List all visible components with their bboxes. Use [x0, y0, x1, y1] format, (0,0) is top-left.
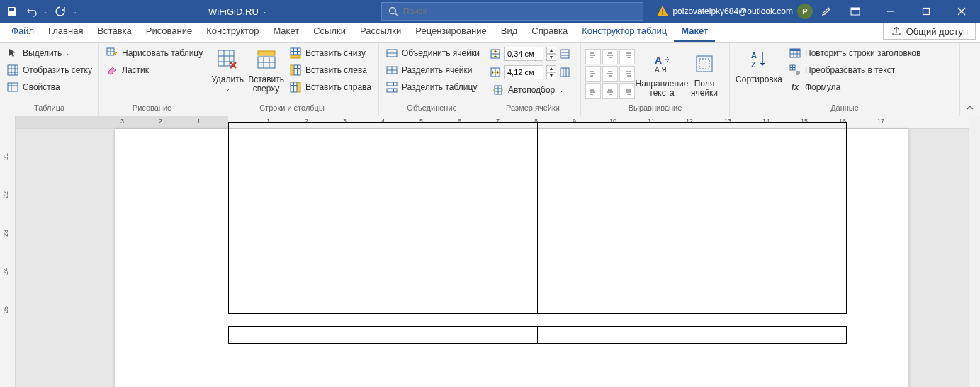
group-cellsize-label: Размер ячейки: [490, 102, 576, 114]
col-width-input[interactable]: [504, 65, 543, 79]
tab-design[interactable]: Конструктор: [199, 22, 266, 42]
chevron-up-icon: [965, 103, 975, 113]
share-icon: [891, 26, 902, 37]
group-rows-cols-label: Строки и столбцы: [210, 102, 374, 114]
search-box[interactable]: [381, 2, 643, 21]
cell-margins-button[interactable]: Поляячейки: [689, 50, 720, 98]
select-button[interactable]: Выделить ⌄: [4, 45, 95, 61]
svg-rect-30: [699, 59, 709, 69]
insert-below-button[interactable]: Вставить снизу: [287, 45, 374, 61]
tab-layout[interactable]: Макет: [266, 22, 306, 42]
delete-button[interactable]: Удалить⌄: [210, 45, 245, 94]
tab-insert[interactable]: Вставка: [90, 22, 138, 42]
svg-rect-25: [561, 68, 569, 77]
tab-help[interactable]: Справка: [524, 22, 575, 42]
pen-mode-button[interactable]: [817, 2, 835, 21]
tab-mailings[interactable]: Рассылки: [353, 22, 408, 42]
autofit-button[interactable]: Автоподбор ⌄: [490, 82, 570, 98]
redo-button[interactable]: [51, 2, 69, 21]
group-draw-label: Рисование: [103, 102, 201, 114]
page: [115, 129, 908, 387]
undo-button[interactable]: [23, 2, 41, 21]
align-bot-right[interactable]: [619, 83, 635, 99]
draw-table-button[interactable]: Нарисовать таблицу: [103, 45, 205, 61]
cell-margins-icon: [694, 54, 714, 74]
vertical-scrollbar[interactable]: [969, 116, 980, 387]
col-width-down[interactable]: ▼: [546, 72, 556, 79]
split-cells-button[interactable]: Разделить ячейки: [383, 62, 483, 78]
close-button[interactable]: [946, 0, 977, 23]
svg-rect-6: [8, 65, 18, 75]
minimize-icon: [886, 7, 895, 16]
row-height-down[interactable]: ▼: [546, 54, 556, 61]
ribbon-mode-button[interactable]: [840, 0, 871, 23]
tab-view[interactable]: Вид: [494, 22, 525, 42]
align-bot-left[interactable]: [585, 83, 601, 99]
delete-icon: [216, 48, 239, 71]
warning-icon[interactable]: [657, 6, 668, 17]
tab-references[interactable]: Ссылки: [306, 22, 353, 42]
user-email[interactable]: polzovatelpky684@outlook.com: [672, 6, 793, 16]
tab-table-design[interactable]: Конструктор таблиц: [575, 22, 674, 42]
align-top-left[interactable]: [585, 49, 601, 64]
avatar[interactable]: P: [797, 4, 813, 19]
align-top-right[interactable]: [619, 49, 635, 64]
svg-text:A: A: [751, 51, 757, 60]
minimize-button[interactable]: [875, 0, 906, 23]
align-top-center[interactable]: [602, 49, 618, 64]
group-alignment-label: Выравнивание: [585, 102, 725, 114]
eraser-button[interactable]: Ластик: [103, 62, 205, 78]
view-gridlines-button[interactable]: Отобразить сетку: [4, 62, 95, 78]
svg-text:А Я: А Я: [655, 66, 667, 74]
distribute-cols-icon[interactable]: [559, 67, 570, 78]
insert-right-button[interactable]: Вставить справа: [287, 79, 374, 95]
tab-draw[interactable]: Рисование: [139, 22, 199, 42]
pen-icon: [821, 6, 832, 17]
row-height-up[interactable]: ▲: [546, 47, 556, 54]
tab-table-layout[interactable]: Макет: [674, 22, 715, 42]
align-mid-left[interactable]: [585, 66, 601, 82]
cursor-icon: [7, 47, 18, 59]
title-dropdown-icon[interactable]: ⌄: [263, 9, 268, 15]
ribbon-mode-icon: [850, 7, 860, 16]
formula-button[interactable]: fx Формула: [787, 79, 923, 95]
search-input[interactable]: [403, 6, 637, 16]
split-table-button[interactable]: Разделить таблицу: [383, 79, 483, 95]
svg-rect-3: [851, 8, 860, 10]
convert-to-text-button[interactable]: Преобразовать в текст: [787, 62, 923, 78]
sort-button[interactable]: AZ Сортировка: [734, 45, 784, 84]
svg-rect-15: [291, 65, 293, 75]
repeat-header-button[interactable]: Повторить строки заголовков: [787, 45, 923, 61]
eraser-icon: [106, 64, 118, 76]
maximize-button[interactable]: [911, 0, 942, 23]
document-title: WiFiGiD.RU: [208, 6, 259, 17]
distribute-rows-icon[interactable]: [559, 48, 570, 60]
row-height-input[interactable]: [504, 47, 543, 61]
svg-line-1: [395, 13, 398, 16]
collapse-ribbon-button[interactable]: [960, 43, 980, 116]
svg-text:Z: Z: [751, 60, 756, 69]
col-width-up[interactable]: ▲: [546, 65, 556, 72]
insert-above-button[interactable]: Вставитьсверху: [248, 45, 284, 94]
group-merge-label: Объединение: [383, 102, 480, 114]
document-table-lower[interactable]: [228, 326, 847, 344]
tab-review[interactable]: Рецензирование: [408, 22, 493, 42]
share-button[interactable]: Общий доступ: [883, 23, 976, 40]
save-button[interactable]: [3, 2, 21, 21]
align-mid-right[interactable]: [619, 66, 635, 82]
qat-customize[interactable]: ⌄: [71, 9, 78, 15]
align-bot-center[interactable]: [602, 83, 618, 99]
svg-rect-7: [8, 83, 18, 91]
text-direction-button[interactable]: AА Я Направлениетекста: [638, 50, 686, 98]
tab-file[interactable]: Файл: [4, 22, 41, 42]
insert-left-button[interactable]: Вставить слева: [287, 62, 374, 78]
properties-button[interactable]: Свойства: [4, 79, 95, 95]
alignment-grid: [585, 49, 635, 99]
merge-cells-button[interactable]: Объединить ячейки: [383, 45, 483, 61]
split-table-icon: [386, 82, 398, 93]
tab-home[interactable]: Главная: [41, 22, 90, 42]
align-mid-center[interactable]: [602, 66, 618, 82]
undo-dropdown[interactable]: ⌄: [43, 9, 50, 15]
svg-rect-23: [561, 50, 569, 58]
document-table-upper[interactable]: [228, 122, 847, 314]
